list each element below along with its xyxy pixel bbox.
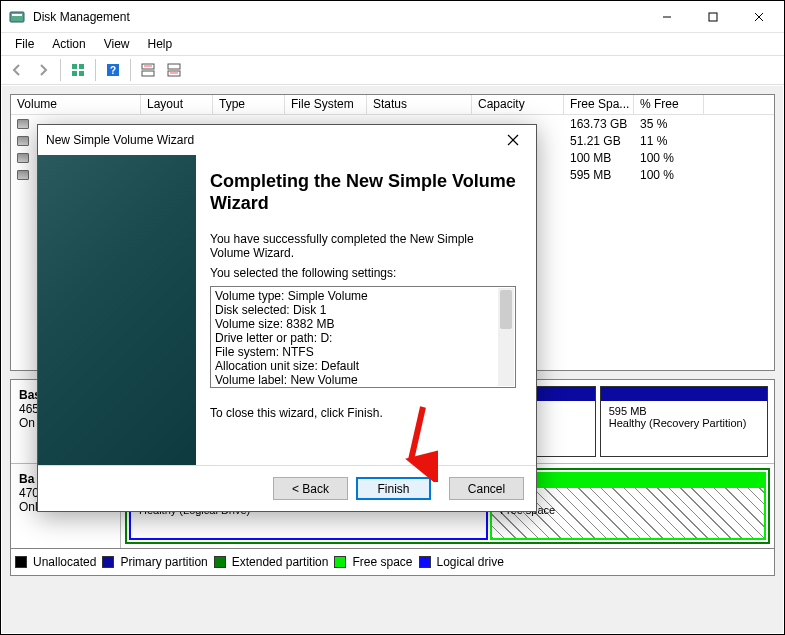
- col-freespace[interactable]: Free Spa...: [564, 95, 634, 114]
- menu-file[interactable]: File: [7, 35, 42, 53]
- view-top-icon[interactable]: [136, 58, 160, 82]
- svg-rect-9: [79, 71, 84, 76]
- wizard-content: Completing the New Simple Volume Wizard …: [196, 155, 536, 465]
- svg-rect-15: [168, 64, 180, 69]
- wizard-settings-list[interactable]: Volume type: Simple Volume Disk selected…: [210, 286, 516, 388]
- window-title: Disk Management: [33, 10, 644, 24]
- svg-rect-1: [12, 14, 22, 16]
- close-button[interactable]: [736, 2, 782, 32]
- wizard-close-hint: To close this wizard, click Finish.: [210, 406, 516, 420]
- minimize-button[interactable]: [644, 2, 690, 32]
- cancel-button[interactable]: Cancel: [449, 477, 524, 500]
- wizard-titlebar[interactable]: New Simple Volume Wizard: [38, 125, 536, 155]
- view-bottom-icon[interactable]: [162, 58, 186, 82]
- drive-icon: [17, 153, 29, 163]
- refresh-icon[interactable]: [66, 58, 90, 82]
- wizard-heading: Completing the New Simple Volume Wizard: [210, 171, 516, 214]
- svg-rect-0: [10, 12, 24, 22]
- svg-rect-3: [709, 13, 717, 21]
- svg-rect-8: [72, 71, 77, 76]
- menu-action[interactable]: Action: [44, 35, 93, 53]
- legend-swatch-primary: [102, 556, 114, 568]
- wizard-success-text: You have successfully completed the New …: [210, 232, 516, 260]
- col-capacity[interactable]: Capacity: [472, 95, 564, 114]
- partition-recovery[interactable]: 595 MB Healthy (Recovery Partition): [600, 386, 768, 457]
- col-status[interactable]: Status: [367, 95, 472, 114]
- wizard-close-button[interactable]: [498, 126, 528, 154]
- svg-rect-13: [142, 71, 154, 76]
- scrollbar[interactable]: [498, 288, 514, 386]
- svg-rect-6: [72, 64, 77, 69]
- drive-icon: [17, 170, 29, 180]
- title-bar: Disk Management: [1, 1, 784, 33]
- drive-icon: [17, 119, 29, 129]
- back-icon: [5, 58, 29, 82]
- wizard-sidebar-image: [38, 155, 196, 465]
- back-button[interactable]: < Back: [273, 477, 348, 500]
- drive-icon: [17, 136, 29, 146]
- toolbar: ?: [1, 55, 784, 85]
- menu-view[interactable]: View: [96, 35, 138, 53]
- legend-swatch-extended: [214, 556, 226, 568]
- col-filesystem[interactable]: File System: [285, 95, 367, 114]
- legend-swatch-logical: [419, 556, 431, 568]
- menu-bar: File Action View Help: [1, 33, 784, 55]
- svg-text:?: ?: [110, 65, 116, 76]
- finish-button[interactable]: Finish: [356, 477, 431, 500]
- wizard-dialog: New Simple Volume Wizard Completing the …: [37, 124, 537, 512]
- legend-swatch-unallocated: [15, 556, 27, 568]
- col-layout[interactable]: Layout: [141, 95, 213, 114]
- col-pctfree[interactable]: % Free: [634, 95, 704, 114]
- window-controls: [644, 2, 782, 32]
- col-type[interactable]: Type: [213, 95, 285, 114]
- wizard-settings-label: You selected the following settings:: [210, 266, 516, 280]
- svg-rect-7: [79, 64, 84, 69]
- legend: Unallocated Primary partition Extended p…: [10, 549, 775, 576]
- legend-swatch-free: [334, 556, 346, 568]
- wizard-footer: < Back Finish Cancel: [38, 465, 536, 511]
- col-volume[interactable]: Volume: [11, 95, 141, 114]
- help-icon[interactable]: ?: [101, 58, 125, 82]
- wizard-title: New Simple Volume Wizard: [46, 133, 498, 147]
- menu-help[interactable]: Help: [140, 35, 181, 53]
- maximize-button[interactable]: [690, 2, 736, 32]
- forward-icon: [31, 58, 55, 82]
- app-icon: [9, 9, 25, 25]
- table-header: Volume Layout Type File System Status Ca…: [11, 95, 774, 115]
